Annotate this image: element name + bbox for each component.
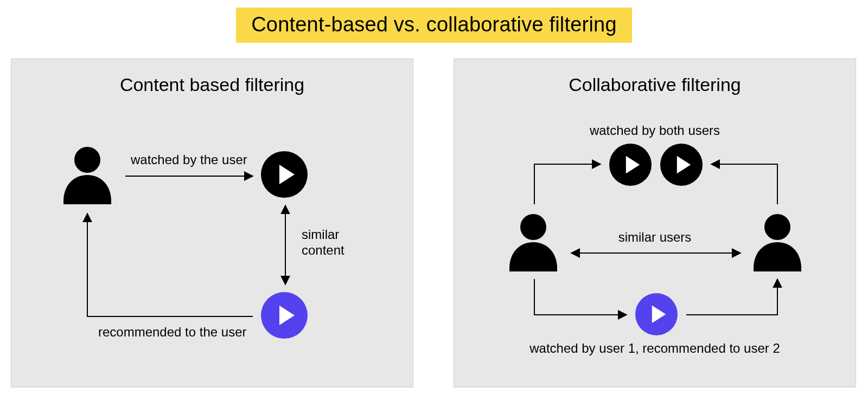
arrows-collaborative — [454, 59, 856, 387]
panel-collaborative: Collaborative filtering watched by both … — [454, 59, 856, 387]
title-wrap: Content-based vs. collaborative filterin… — [0, 8, 868, 43]
diagram-title: Content-based vs. collaborative filterin… — [236, 8, 632, 43]
panel-content-based: Content based filtering — [11, 59, 413, 387]
label-recommended-to-user: recommended to the user — [98, 325, 246, 340]
label-similar-content: similar content — [302, 227, 344, 258]
diagram-stage: Content-based vs. collaborative filterin… — [0, 0, 868, 395]
label-watched-by-user: watched by the user — [131, 152, 247, 168]
